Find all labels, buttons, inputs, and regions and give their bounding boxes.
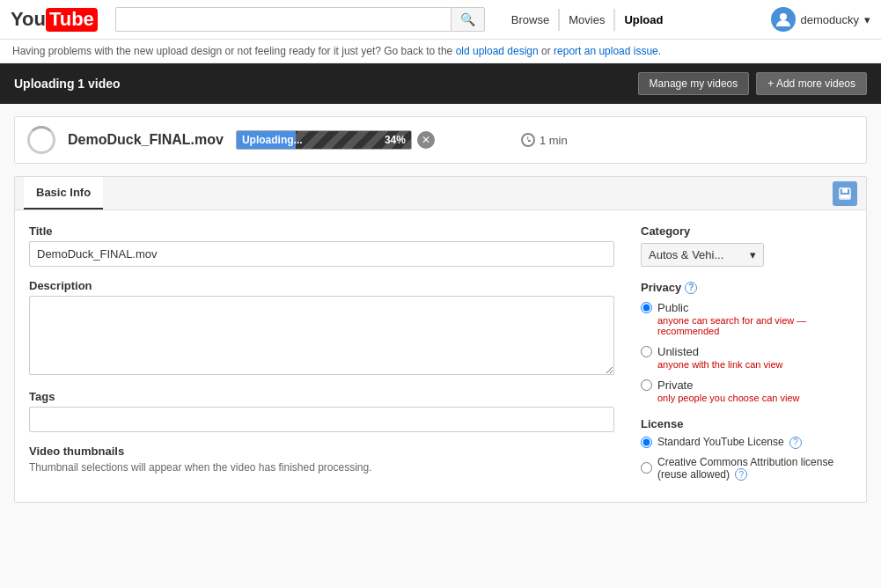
user-chevron: ▾ bbox=[864, 13, 870, 26]
progress-container: Uploading... 34% ✕ bbox=[236, 130, 500, 150]
tabs: Basic Info bbox=[24, 177, 103, 209]
svg-rect-2 bbox=[842, 188, 848, 193]
form-area: Basic Info Title Description bbox=[14, 176, 867, 503]
search-button[interactable]: 🔍 bbox=[451, 7, 485, 32]
form-body: Title Description Tags Video thumbnails … bbox=[15, 210, 866, 502]
privacy-private: Private only people you choose can view bbox=[641, 379, 852, 403]
notice-bar: Having problems with the new upload desi… bbox=[0, 40, 881, 63]
license-standard-radio[interactable] bbox=[641, 437, 652, 448]
privacy-unlisted-title: Unlisted bbox=[657, 345, 782, 358]
privacy-private-radio[interactable] bbox=[641, 379, 652, 391]
privacy-private-title: Private bbox=[657, 379, 799, 392]
privacy-help-icon[interactable]: ? bbox=[685, 282, 697, 294]
progress-bar: Uploading... 34% bbox=[236, 130, 412, 150]
thumbnails-label: Video thumbnails bbox=[29, 445, 614, 458]
tabs-bar: Basic Info bbox=[15, 177, 866, 210]
logo-you: You bbox=[11, 8, 46, 31]
category-value: Autos & Vehi... bbox=[649, 248, 723, 261]
youtube-logo[interactable]: YouTube bbox=[11, 8, 98, 32]
progress-percent: 34% bbox=[385, 134, 406, 146]
notice-text-before: Having problems with the new upload desi… bbox=[12, 45, 456, 57]
privacy-public: Public anyone can search for and view — … bbox=[641, 301, 852, 336]
privacy-private-desc: only people you choose can view bbox=[657, 393, 799, 403]
license-cc-radio[interactable] bbox=[641, 462, 652, 474]
notice-text-middle: or bbox=[539, 45, 554, 57]
title-input[interactable] bbox=[29, 241, 614, 267]
report-issue-link[interactable]: report an upload issue bbox=[554, 45, 658, 57]
title-label: Title bbox=[29, 224, 614, 238]
license-cc: Creative Commons Attribution license (re… bbox=[641, 456, 852, 481]
upload-bar: Uploading 1 video Manage my videos + Add… bbox=[0, 63, 881, 104]
clock-icon bbox=[521, 133, 535, 147]
chevron-down-icon: ▾ bbox=[750, 248, 756, 261]
description-group: Description bbox=[29, 279, 614, 378]
search-icon: 🔍 bbox=[460, 12, 475, 26]
privacy-public-radio[interactable] bbox=[641, 302, 652, 313]
search-input[interactable] bbox=[115, 7, 451, 32]
search-bar: 🔍 bbox=[115, 7, 485, 32]
license-cc-label: Creative Commons Attribution license (re… bbox=[657, 456, 852, 481]
time-label: 1 min bbox=[540, 134, 568, 147]
tags-input[interactable] bbox=[29, 407, 614, 432]
file-name: DemoDuck_FINAL.mov bbox=[68, 132, 224, 148]
nav-browse[interactable]: Browse bbox=[503, 9, 559, 31]
tags-group: Tags bbox=[29, 390, 614, 432]
avatar bbox=[771, 7, 796, 32]
progress-label: Uploading... bbox=[237, 131, 296, 149]
file-row: DemoDuck_FINAL.mov Uploading... 34% ✕ 1 … bbox=[14, 116, 867, 164]
license-cc-help-icon[interactable]: ? bbox=[735, 468, 747, 481]
privacy-private-text: Private only people you choose can view bbox=[657, 379, 799, 403]
cancel-upload-button[interactable]: ✕ bbox=[417, 131, 435, 149]
manage-videos-button[interactable]: Manage my videos bbox=[638, 72, 750, 95]
form-right: Category Autos & Vehi... ▾ Privacy ? P bbox=[641, 224, 852, 488]
thumbnails-group: Video thumbnails Thumbnail selections wi… bbox=[29, 445, 614, 474]
header: YouTube 🔍 Browse Movies Upload demoducky… bbox=[0, 0, 881, 40]
privacy-label: Privacy ? bbox=[641, 281, 852, 294]
privacy-public-desc: anyone can search for and view — recomme… bbox=[657, 315, 852, 336]
license-standard-help-icon[interactable]: ? bbox=[789, 437, 802, 449]
upload-bar-buttons: Manage my videos + Add more videos bbox=[638, 72, 867, 95]
old-upload-link[interactable]: old upload design bbox=[456, 45, 539, 57]
tags-label: Tags bbox=[29, 390, 614, 403]
title-group: Title bbox=[29, 224, 614, 267]
save-button[interactable] bbox=[833, 181, 857, 206]
description-label: Description bbox=[29, 279, 614, 292]
tab-basic-info[interactable]: Basic Info bbox=[24, 177, 103, 209]
notice-text-after: . bbox=[658, 45, 661, 57]
license-section: License Standard YouTube License ? Creat… bbox=[641, 417, 852, 481]
privacy-unlisted-desc: anyone with the link can view bbox=[657, 359, 782, 370]
description-input[interactable] bbox=[29, 296, 614, 375]
main: DemoDuck_FINAL.mov Uploading... 34% ✕ 1 … bbox=[0, 104, 881, 515]
privacy-unlisted-radio[interactable] bbox=[641, 346, 652, 357]
username: demoducky bbox=[801, 13, 859, 26]
privacy-public-title: Public bbox=[657, 301, 852, 314]
category-select[interactable]: Autos & Vehi... ▾ bbox=[641, 243, 764, 267]
logo-tube: Tube bbox=[46, 8, 98, 32]
privacy-unlisted: Unlisted anyone with the link can view bbox=[641, 345, 852, 370]
upload-spinner bbox=[27, 126, 55, 154]
svg-rect-3 bbox=[841, 195, 849, 198]
license-label: License bbox=[641, 417, 852, 430]
add-more-videos-button[interactable]: + Add more videos bbox=[756, 72, 867, 95]
form-left: Title Description Tags Video thumbnails … bbox=[29, 224, 614, 488]
license-standard-label: Standard YouTube License ? bbox=[657, 436, 802, 449]
nav-links: Browse Movies Upload bbox=[503, 9, 672, 31]
category-label: Category bbox=[641, 224, 852, 238]
privacy-unlisted-text: Unlisted anyone with the link can view bbox=[657, 345, 782, 370]
license-standard: Standard YouTube License ? bbox=[641, 436, 852, 449]
time-remaining: 1 min bbox=[521, 133, 568, 147]
privacy-section: Privacy ? Public anyone can search for a… bbox=[641, 281, 852, 403]
upload-bar-title: Uploading 1 video bbox=[14, 77, 121, 91]
user-area[interactable]: demoducky ▾ bbox=[771, 7, 870, 32]
privacy-public-text: Public anyone can search for and view — … bbox=[657, 301, 852, 336]
thumbnails-note: Thumbnail selections will appear when th… bbox=[29, 461, 614, 474]
category-group: Category Autos & Vehi... ▾ bbox=[641, 224, 852, 267]
nav-movies[interactable]: Movies bbox=[559, 9, 614, 31]
nav-upload[interactable]: Upload bbox=[614, 9, 672, 31]
svg-point-0 bbox=[780, 13, 787, 20]
